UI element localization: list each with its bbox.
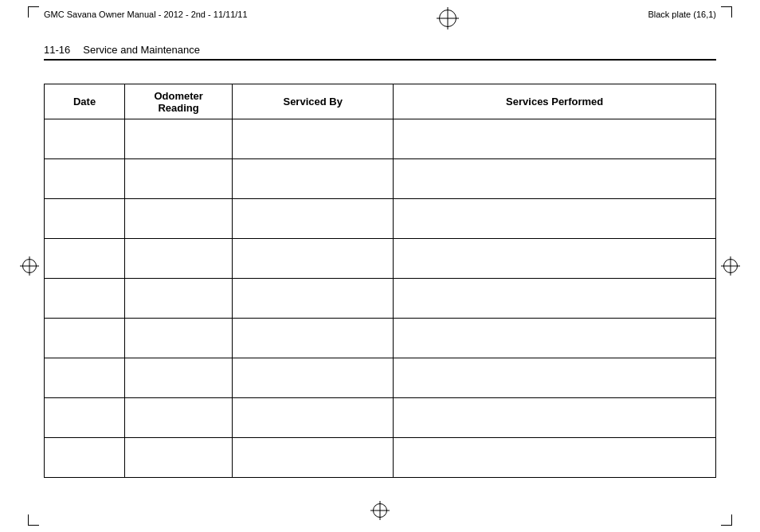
cell-odometer-4: [125, 279, 233, 319]
cell-services-performed-1: [394, 159, 716, 199]
section-number: 11-16: [44, 44, 70, 56]
cell-services-performed-2: [394, 199, 716, 239]
top-crosshair-icon: [439, 10, 456, 27]
col-header-serviced-by: Serviced By: [233, 84, 394, 119]
table-row: [45, 159, 716, 199]
cell-services-performed-8: [394, 438, 716, 478]
bottom-crosshair-icon: [373, 503, 387, 518]
cell-odometer-3: [125, 239, 233, 279]
table-row: [45, 239, 716, 279]
cell-date-8: [45, 438, 125, 478]
section-heading: 11-16 Service and Maintenance: [44, 44, 716, 61]
table-row: [45, 199, 716, 239]
header-left-text: GMC Savana Owner Manual - 2012 - 2nd - 1…: [44, 10, 248, 19]
table-row: [45, 319, 716, 358]
cell-serviced-by-1: [233, 159, 394, 199]
cell-date-5: [45, 319, 125, 358]
cell-serviced-by-3: [233, 239, 394, 279]
corner-mark-top-right: [721, 6, 732, 18]
table-row: [45, 398, 716, 438]
table-row: [45, 119, 716, 159]
cell-serviced-by-8: [233, 438, 394, 478]
cell-serviced-by-2: [233, 199, 394, 239]
cell-services-performed-3: [394, 239, 716, 279]
corner-mark-top-left: [28, 6, 39, 18]
header-crosshair: [439, 10, 456, 27]
col-header-services-performed: Services Performed: [394, 84, 716, 119]
service-table-container: Date OdometerReading Serviced By Service…: [44, 84, 716, 456]
corner-mark-bottom-right: [721, 514, 732, 526]
cell-odometer-0: [125, 119, 233, 159]
cell-date-3: [45, 239, 125, 279]
cell-date-1: [45, 159, 125, 199]
cell-odometer-7: [125, 398, 233, 438]
cell-serviced-by-0: [233, 119, 394, 159]
cell-odometer-1: [125, 159, 233, 199]
header-right-text: Black plate (16,1): [648, 10, 716, 19]
cell-odometer-8: [125, 438, 233, 478]
table-row: [45, 279, 716, 319]
cell-date-0: [45, 119, 125, 159]
page-container: GMC Savana Owner Manual - 2012 - 2nd - 1…: [0, 0, 760, 532]
cell-date-7: [45, 398, 125, 438]
cell-date-6: [45, 358, 125, 398]
cell-odometer-6: [125, 358, 233, 398]
cell-services-performed-4: [394, 279, 716, 319]
page-header: GMC Savana Owner Manual - 2012 - 2nd - 1…: [44, 10, 716, 27]
cell-services-performed-0: [394, 119, 716, 159]
cell-services-performed-5: [394, 319, 716, 358]
cell-serviced-by-5: [233, 319, 394, 358]
cell-odometer-2: [125, 199, 233, 239]
cell-date-4: [45, 279, 125, 319]
side-crosshair-left-icon: [22, 259, 37, 273]
cell-services-performed-6: [394, 358, 716, 398]
cell-services-performed-7: [394, 398, 716, 438]
cell-odometer-5: [125, 319, 233, 358]
table-header-row: Date OdometerReading Serviced By Service…: [45, 84, 716, 119]
col-header-odometer: OdometerReading: [125, 84, 233, 119]
cell-serviced-by-4: [233, 279, 394, 319]
table-row: [45, 438, 716, 478]
side-crosshair-right-icon: [723, 259, 738, 273]
cell-serviced-by-6: [233, 358, 394, 398]
corner-mark-bottom-left: [28, 514, 39, 526]
col-header-date: Date: [45, 84, 125, 119]
section-title: Service and Maintenance: [83, 44, 200, 56]
cell-date-2: [45, 199, 125, 239]
cell-serviced-by-7: [233, 398, 394, 438]
service-table: Date OdometerReading Serviced By Service…: [44, 84, 716, 478]
table-row: [45, 358, 716, 398]
